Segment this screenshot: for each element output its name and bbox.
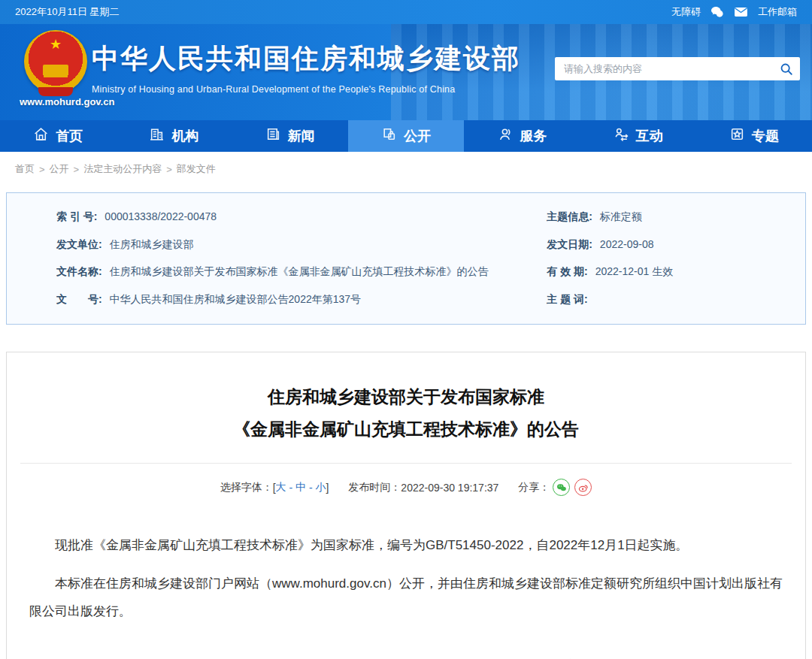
publish-time-value: 2022-09-30 19:17:37 (401, 482, 498, 494)
font-size-small[interactable]: 小 (315, 481, 326, 494)
article-title: 住房和城乡建设部关于发布国家标准 《金属非金属矿山充填工程技术标准》的公告 (7, 381, 805, 445)
font-size-large[interactable]: 大 (276, 481, 286, 494)
mail-icon (734, 7, 748, 17)
info-row-document-number: 文 号: 中华人民共和国住房和城乡建设部公告2022年第137号 (56, 292, 526, 307)
signature-organization: 住房和城乡建设部 (512, 651, 692, 659)
document-info-box: 索 引 号: 000013338/2022-00478 发文单位: 住房和城乡建… (6, 192, 806, 325)
national-emblem: ★ (24, 30, 87, 93)
nav-item-service[interactable]: 服务 (464, 120, 580, 152)
topics-icon (729, 126, 745, 146)
nav-item-home[interactable]: 首页 (0, 120, 116, 152)
site-url: www.mohurd.gov.cn (20, 96, 92, 107)
info-row-keywords: 主 题 词: (547, 292, 805, 307)
nav-item-interaction[interactable]: 互动 (580, 120, 695, 152)
home-icon (33, 126, 49, 146)
info-row-subject-info: 主题信息: 标准定额 (547, 210, 805, 225)
article-meta-row: 选择字体： [ 大 - 中 - 小 ] 发布时间： 2022-09-30 19:… (7, 479, 805, 496)
search-input[interactable] (555, 63, 773, 74)
info-row-index-number: 索 引 号: 000013338/2022-00478 (56, 210, 526, 225)
nav-item-topics[interactable]: 专题 (696, 120, 812, 152)
info-row-issuing-unit: 发文单位: 住房和城乡建设部 (56, 237, 526, 252)
accessibility-link[interactable]: 无障碍 (671, 5, 701, 19)
article-paragraph-2: 本标准在住房和城乡建设部门户网站（www.mohurd.gov.cn）公开，并由… (29, 570, 783, 625)
publish-time-label: 发布时间： (348, 481, 401, 494)
breadcrumb-statutory-content[interactable]: 法定主动公开内容 (83, 162, 162, 176)
organization-icon (149, 126, 165, 146)
share-wechat-icon[interactable] (553, 479, 570, 496)
nav-item-disclosure[interactable]: 公开 (348, 120, 464, 152)
wechat-icon[interactable] (710, 6, 724, 18)
font-size-medium[interactable]: 中 (295, 481, 306, 494)
nav-item-organization[interactable]: 机构 (116, 120, 232, 152)
info-row-effective-date: 有 效 期: 2022-12-01 生效 (547, 265, 805, 280)
article-content-box: 住房和城乡建设部关于发布国家标准 《金属非金属矿山充填工程技术标准》的公告 选择… (6, 352, 806, 659)
font-selector-label: 选择字体： (220, 481, 273, 494)
interaction-icon (614, 126, 629, 146)
title-divider (20, 463, 792, 464)
disclosure-icon (381, 126, 397, 146)
breadcrumb-home[interactable]: 首页 (15, 162, 35, 176)
main-nav: 首页 机构 新闻 公开 服务 互动 专题 (0, 120, 812, 152)
breadcrumb-ministry-documents: 部发文件 (177, 162, 216, 176)
service-icon (497, 126, 513, 146)
news-icon (265, 126, 281, 146)
info-row-issue-date: 发文日期: 2022-09-08 (547, 237, 805, 252)
site-header: ★ www.mohurd.gov.cn 中华人民共和国住房和城乡建设部 Mini… (0, 24, 812, 120)
top-utility-bar: 2022年10月11日 星期二 无障碍 工作邮箱 (0, 0, 812, 24)
article-body: 现批准《金属非金属矿山充填工程技术标准》为国家标准，编号为GB/T51450-2… (7, 532, 805, 625)
info-row-document-name: 文件名称: 住房和城乡建设部关于发布国家标准《金属非金属矿山充填工程技术标准》的… (56, 265, 526, 280)
nav-item-news[interactable]: 新闻 (232, 120, 348, 152)
share-weibo-icon[interactable] (574, 479, 592, 496)
breadcrumb: 首页 > 公开 > 法定主动公开内容 > 部发文件 (0, 152, 812, 186)
site-title: 中华人民共和国住房和城乡建设部 (92, 41, 520, 77)
work-mailbox-link[interactable]: 工作邮箱 (758, 5, 797, 19)
search-icon[interactable] (773, 57, 800, 80)
current-date: 2022年10月11日 星期二 (15, 5, 120, 19)
article-paragraph-1: 现批准《金属非金属矿山充填工程技术标准》为国家标准，编号为GB/T51450-2… (29, 532, 783, 560)
signature-block: 住房和城乡建设部 2022年9月8日 (512, 651, 692, 659)
site-title-english: Ministry of Housing and Urban-Rural Deve… (92, 84, 520, 95)
share-label: 分享： (518, 481, 550, 494)
search-box (555, 57, 800, 80)
breadcrumb-disclosure[interactable]: 公开 (50, 162, 69, 176)
